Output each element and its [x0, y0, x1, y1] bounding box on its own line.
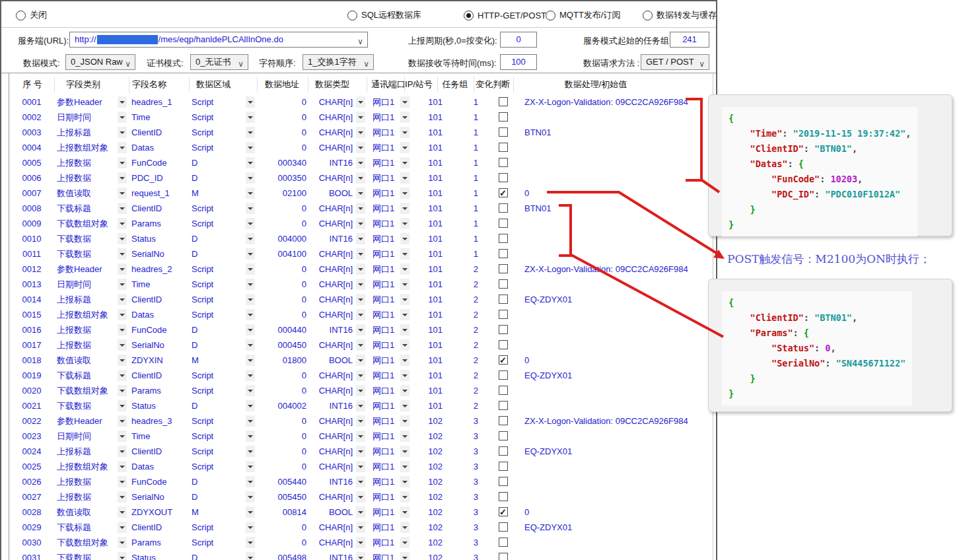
change-detect-checkbox[interactable] — [499, 295, 508, 304]
port-dropdown-button[interactable] — [400, 491, 410, 503]
radio-circle-icon[interactable] — [16, 11, 26, 20]
change-detect-checkbox[interactable] — [499, 249, 508, 258]
category-dropdown-button[interactable] — [118, 142, 127, 153]
chevron-down-icon[interactable]: ∨ — [125, 57, 131, 71]
port-dropdown-button[interactable] — [400, 233, 410, 244]
taskgroup-start-input[interactable]: 241 — [670, 32, 709, 48]
change-detect-checkbox[interactable] — [499, 431, 508, 440]
area-dropdown-button[interactable] — [246, 112, 255, 123]
area-dropdown-button[interactable] — [246, 172, 255, 184]
type-dropdown-button[interactable] — [356, 294, 365, 305]
type-dropdown-button[interactable] — [356, 339, 365, 351]
mode-radio-forward[interactable]: 数据转发与缓存 — [643, 9, 717, 21]
type-dropdown-button[interactable] — [356, 476, 365, 487]
area-dropdown-button[interactable] — [246, 157, 255, 168]
radio-circle-icon[interactable] — [347, 11, 357, 20]
type-dropdown-button[interactable] — [356, 461, 365, 472]
server-url-combobox[interactable]: http:///mes/eqp/hanldePLCAllInOne.do ∨ — [69, 32, 368, 48]
radio-circle-icon[interactable] — [464, 11, 474, 20]
area-dropdown-button[interactable] — [246, 188, 255, 199]
area-dropdown-button[interactable] — [246, 127, 255, 138]
change-detect-checkbox[interactable] — [499, 310, 508, 319]
port-dropdown-button[interactable] — [400, 172, 410, 184]
area-dropdown-button[interactable] — [246, 279, 255, 290]
port-dropdown-button[interactable] — [400, 218, 410, 229]
type-dropdown-button[interactable] — [356, 552, 365, 560]
type-dropdown-button[interactable] — [356, 431, 365, 442]
change-detect-checkbox[interactable] — [499, 325, 508, 334]
category-dropdown-button[interactable] — [118, 157, 127, 168]
area-dropdown-button[interactable] — [246, 96, 255, 108]
chevron-down-icon[interactable]: ∨ — [363, 57, 369, 71]
port-dropdown-button[interactable] — [400, 339, 410, 351]
change-detect-checkbox[interactable] — [499, 340, 508, 349]
port-dropdown-button[interactable] — [400, 507, 410, 518]
mode-radio-mqtt[interactable]: MQTT发布/订阅 — [546, 9, 620, 21]
area-dropdown-button[interactable] — [246, 233, 255, 244]
change-detect-checkbox[interactable] — [499, 386, 508, 395]
port-dropdown-button[interactable] — [400, 537, 410, 548]
port-dropdown-button[interactable] — [400, 370, 410, 381]
type-dropdown-button[interactable] — [356, 279, 365, 290]
area-dropdown-button[interactable] — [246, 522, 255, 533]
request-method-select[interactable]: GET / POST∨ — [641, 54, 709, 70]
category-dropdown-button[interactable] — [118, 172, 127, 184]
type-dropdown-button[interactable] — [356, 324, 365, 335]
area-dropdown-button[interactable] — [246, 263, 255, 275]
area-dropdown-button[interactable] — [246, 491, 255, 503]
radio-circle-icon[interactable] — [643, 11, 653, 20]
change-detect-checkbox[interactable] — [499, 127, 508, 137]
category-dropdown-button[interactable] — [118, 112, 127, 123]
category-dropdown-button[interactable] — [118, 127, 127, 138]
change-detect-checkbox[interactable] — [499, 97, 508, 106]
category-dropdown-button[interactable] — [118, 537, 127, 548]
change-detect-checkbox[interactable] — [499, 355, 508, 365]
category-dropdown-button[interactable] — [118, 415, 127, 427]
category-dropdown-button[interactable] — [118, 491, 127, 503]
change-detect-checkbox[interactable] — [499, 158, 508, 167]
type-dropdown-button[interactable] — [356, 309, 365, 320]
area-dropdown-button[interactable] — [246, 218, 255, 229]
port-dropdown-button[interactable] — [400, 127, 410, 138]
type-dropdown-button[interactable] — [356, 233, 365, 244]
area-dropdown-button[interactable] — [246, 507, 255, 518]
area-dropdown-button[interactable] — [246, 370, 255, 381]
change-detect-checkbox[interactable] — [499, 188, 508, 197]
type-dropdown-button[interactable] — [356, 507, 365, 518]
radio-circle-icon[interactable] — [546, 11, 555, 20]
change-detect-checkbox[interactable] — [499, 370, 508, 380]
category-dropdown-button[interactable] — [118, 507, 127, 518]
port-dropdown-button[interactable] — [400, 522, 410, 533]
port-dropdown-button[interactable] — [400, 431, 410, 442]
port-dropdown-button[interactable] — [400, 309, 410, 320]
data-mode-select[interactable]: 0_JSON Raw∨ — [65, 54, 135, 70]
type-dropdown-button[interactable] — [356, 248, 365, 260]
change-detect-checkbox[interactable] — [499, 279, 508, 289]
area-dropdown-button[interactable] — [246, 537, 255, 548]
change-detect-checkbox[interactable] — [499, 416, 508, 425]
area-dropdown-button[interactable] — [246, 476, 255, 487]
category-dropdown-button[interactable] — [118, 446, 127, 457]
area-dropdown-button[interactable] — [246, 309, 255, 320]
port-dropdown-button[interactable] — [400, 294, 410, 305]
change-detect-checkbox[interactable] — [499, 553, 508, 560]
type-dropdown-button[interactable] — [356, 385, 365, 396]
port-dropdown-button[interactable] — [400, 142, 410, 153]
cert-mode-select[interactable]: 0_无证书∨ — [190, 54, 248, 70]
area-dropdown-button[interactable] — [246, 415, 255, 427]
category-dropdown-button[interactable] — [118, 552, 127, 560]
area-dropdown-button[interactable] — [246, 431, 255, 442]
area-dropdown-button[interactable] — [246, 203, 255, 214]
category-dropdown-button[interactable] — [118, 233, 127, 244]
receive-wait-input[interactable]: 100 — [500, 54, 537, 70]
type-dropdown-button[interactable] — [356, 537, 365, 548]
type-dropdown-button[interactable] — [356, 415, 365, 427]
chevron-down-icon[interactable]: ∨ — [357, 34, 363, 48]
type-dropdown-button[interactable] — [356, 355, 365, 366]
area-dropdown-button[interactable] — [246, 385, 255, 396]
change-detect-checkbox[interactable] — [499, 219, 508, 228]
category-dropdown-button[interactable] — [118, 431, 127, 442]
type-dropdown-button[interactable] — [356, 218, 365, 229]
category-dropdown-button[interactable] — [118, 339, 127, 351]
port-dropdown-button[interactable] — [400, 203, 410, 214]
